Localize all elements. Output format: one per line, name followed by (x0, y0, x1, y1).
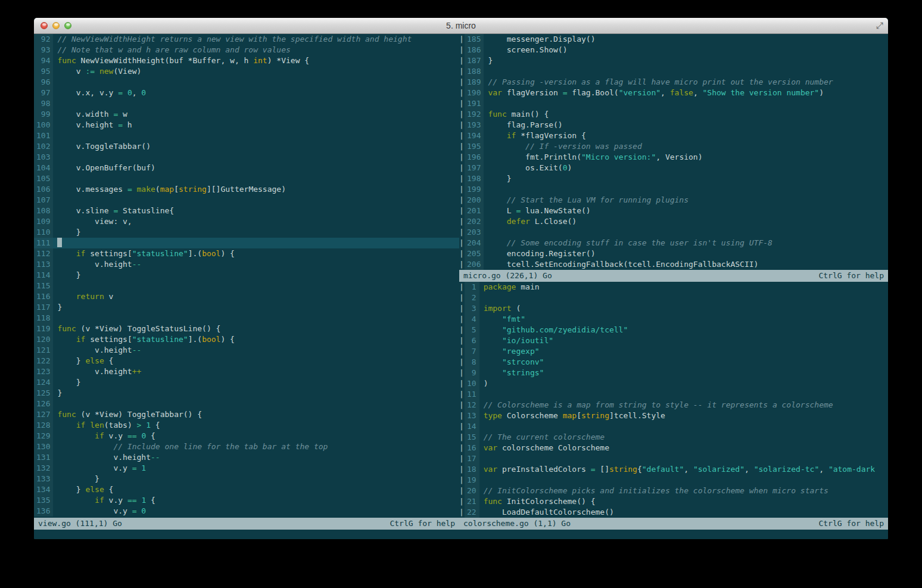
code-line[interactable]: 123 v.height++ (34, 366, 459, 377)
code-line[interactable]: |7 "regexp" (459, 346, 888, 357)
code-line[interactable]: 134 } else { (34, 484, 459, 495)
code-line[interactable]: |193 flag.Parse() (459, 120, 888, 130)
code-line[interactable]: |190var flagVersion = flag.Bool("version… (459, 88, 888, 98)
code-line[interactable]: 132 v.y = 1 (34, 463, 459, 474)
code-line[interactable]: 92// NewViewWidthHeight returns a new vi… (34, 34, 459, 45)
code-line[interactable]: |205 encoding.Register() (459, 248, 888, 259)
window-titlebar[interactable]: 5. micro ⤢ (34, 18, 888, 34)
code-line[interactable]: 98 (34, 98, 459, 109)
code-line[interactable]: |20// InitColorscheme picks and initiali… (459, 486, 888, 496)
code-line[interactable]: 119func (v *View) ToggleStatusLine() { (34, 323, 459, 334)
code-line[interactable]: 94func NewViewWidthHeight(buf *Buffer, w… (34, 55, 459, 66)
code-line[interactable]: 131 v.height-- (34, 452, 459, 463)
code-line[interactable]: |12// Colorscheme is a map from string t… (459, 400, 888, 410)
code-line[interactable]: |197 os.Exit(0) (459, 163, 888, 173)
code-line[interactable]: 97 v.x, v.y = 0, 0 (34, 88, 459, 98)
code-line[interactable]: 93// Note that w and h are raw column an… (34, 45, 459, 55)
code-line[interactable]: |5 "github.com/zyedidia/tcell" (459, 325, 888, 335)
code-line[interactable]: 96 (34, 77, 459, 88)
code-line[interactable]: |204 // Some encoding stuff in case the … (459, 238, 888, 248)
code-line[interactable]: |10) (459, 378, 888, 389)
code-line[interactable]: 101 (34, 130, 459, 141)
code-line[interactable]: 135 if v.y == 1 { (34, 495, 459, 506)
code-line[interactable]: 109 view: v, (34, 216, 459, 227)
code-line[interactable]: |191 (459, 98, 888, 109)
code-line[interactable]: |17 (459, 453, 888, 464)
code-line[interactable]: 136 v.y = 0 (34, 506, 459, 517)
code-line[interactable]: 121 v.height-- (34, 345, 459, 356)
code-area[interactable]: |185 messenger.Display()|186 screen.Show… (459, 34, 888, 270)
code-line[interactable]: |198 } (459, 173, 888, 184)
code-line[interactable]: |6 "io/ioutil" (459, 335, 888, 346)
code-line[interactable]: |187} (459, 55, 888, 66)
code-line[interactable]: 99 v.width = w (34, 109, 459, 120)
code-line[interactable]: 124 } (34, 377, 459, 388)
code-line[interactable]: 128 if len(tabs) > 1 { (34, 420, 459, 431)
code-line[interactable]: |192func main() { (459, 109, 888, 120)
code-line[interactable]: |185 messenger.Display() (459, 34, 888, 45)
code-line[interactable]: |200 // Start the Lua VM for running plu… (459, 195, 888, 206)
code-line[interactable]: |8 "strconv" (459, 357, 888, 368)
code-line[interactable]: 114 } (34, 270, 459, 281)
code-line[interactable]: |196 fmt.Println("Micro version:", Versi… (459, 152, 888, 163)
code-line[interactable]: 125} (34, 388, 459, 399)
code-line[interactable]: 126 (34, 399, 459, 409)
code-line[interactable]: |189// Passing -version as a flag will h… (459, 77, 888, 88)
code-line[interactable]: |18var preInstalledColors = []string{"de… (459, 464, 888, 475)
code-line[interactable]: |3import ( (459, 303, 888, 314)
code-line[interactable]: |14 (459, 421, 888, 432)
code-line[interactable]: |22 LoadDefaultColorscheme() (459, 507, 888, 518)
code-line[interactable]: 127func (v *View) ToggleTabbar() { (34, 409, 459, 420)
code-line[interactable]: |186 screen.Show() (459, 45, 888, 55)
code-line[interactable]: 102 v.ToggleTabbar() (34, 141, 459, 152)
code-line[interactable]: 115 (34, 281, 459, 291)
code-line[interactable]: 107 (34, 195, 459, 206)
code-line[interactable]: 103 (34, 152, 459, 163)
code-line[interactable]: 122 } else { (34, 356, 459, 366)
code-line[interactable]: |15// The current colorscheme (459, 432, 888, 443)
code-line[interactable]: |4 "fmt" (459, 314, 888, 325)
code-line[interactable]: |203 (459, 227, 888, 238)
close-button[interactable] (41, 22, 48, 29)
code-line[interactable]: 116 return v (34, 291, 459, 302)
code-line[interactable]: 133 } (34, 474, 459, 484)
code-line[interactable]: 108 v.sline = Statusline{ (34, 206, 459, 216)
code-line[interactable]: 100 v.height = h (34, 120, 459, 130)
code-line[interactable]: |21func InitColorscheme() { (459, 496, 888, 507)
code-line[interactable]: |188 (459, 66, 888, 77)
code-line[interactable]: |9 "strings" (459, 368, 888, 378)
code-line[interactable]: 104 v.OpenBuffer(buf) (34, 163, 459, 173)
code-line[interactable]: |201 L = lua.NewState() (459, 206, 888, 216)
code-line[interactable]: |2 (459, 293, 888, 303)
resize-icon[interactable]: ⤢ (876, 20, 883, 31)
code-line[interactable]: |195 // If -version was passed (459, 141, 888, 152)
code-line[interactable]: |11 (459, 389, 888, 400)
code-area[interactable]: 92// NewViewWidthHeight returns a new vi… (34, 34, 459, 518)
code-line[interactable]: 117} (34, 302, 459, 313)
zoom-button[interactable] (64, 22, 71, 29)
code-line[interactable]: 130 // Include one line for the tab bar … (34, 441, 459, 452)
code-line[interactable]: |199 (459, 184, 888, 195)
code-line[interactable]: |194 if *flagVersion { (459, 130, 888, 141)
code-line[interactable]: 105 (34, 173, 459, 184)
code-line[interactable]: 120 if settings["statusline"].(bool) { (34, 334, 459, 345)
code-line[interactable]: 106 v.messages = make(map[string][]Gutte… (34, 184, 459, 195)
code-line[interactable]: |19 (459, 475, 888, 486)
code-line[interactable]: 112 if settings["statusline"].(bool) { (34, 248, 459, 259)
code-line[interactable]: |13type Colorscheme map[string]tcell.Sty… (459, 410, 888, 421)
code-line[interactable]: |202 defer L.Close() (459, 216, 888, 227)
bottom-right-pane-colorscheme-go[interactable]: |1package main|2|3import (|4 "fmt"|5 "gi… (459, 282, 888, 518)
minimize-button[interactable] (52, 22, 60, 29)
code-line[interactable]: 110 } (34, 227, 459, 238)
command-line[interactable] (34, 530, 888, 539)
left-pane-view-go[interactable]: 92// NewViewWidthHeight returns a new vi… (34, 34, 459, 530)
code-line[interactable]: 118 (34, 313, 459, 323)
code-line[interactable]: |1package main (459, 282, 888, 293)
code-line[interactable]: 113 v.height-- (34, 259, 459, 270)
code-line[interactable]: |16var colorscheme Colorscheme (459, 443, 888, 453)
code-line[interactable]: 111 (34, 238, 459, 248)
code-area[interactable]: |1package main|2|3import (|4 "fmt"|5 "gi… (459, 282, 888, 518)
code-line[interactable]: 129 if v.y == 0 { (34, 431, 459, 441)
code-line[interactable]: 95 v := new(View) (34, 66, 459, 77)
top-right-pane-micro-go[interactable]: |185 messenger.Display()|186 screen.Show… (459, 34, 888, 270)
